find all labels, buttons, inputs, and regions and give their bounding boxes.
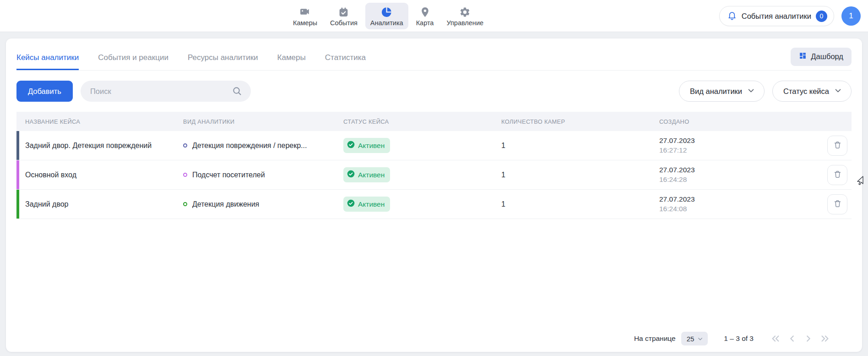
case-status-filter[interactable]: Статус кейса (772, 81, 852, 102)
pie-chart-icon (381, 6, 393, 18)
first-page-button[interactable] (770, 333, 781, 345)
case-name: Задний двор. Детекция повреждений (16, 142, 174, 150)
status-label: Активен (358, 142, 385, 150)
analytics-type-filter-label: Вид аналитики (690, 87, 742, 96)
prev-page-button[interactable] (786, 333, 798, 345)
check-circle-icon (347, 199, 355, 209)
column-header-created: СОЗДАНО (651, 118, 817, 125)
analytics-type-label: Детекция движения (192, 200, 259, 208)
column-header-camera-count: КОЛИЧЕСТВО КАМЕР (493, 118, 651, 125)
events-count-badge: 0 (816, 11, 827, 22)
tab-statistics[interactable]: Статистика (325, 43, 366, 70)
main-nav: Камеры События Аналитика Карта Управлени… (288, 0, 488, 32)
created-time: 16:24:28 (659, 175, 817, 184)
chevron-down-icon (697, 336, 703, 342)
created-date: 27.07.2023 (659, 137, 817, 145)
pagination-bar: На странице 25 1 – 3 of 3 (6, 325, 862, 352)
search-icon[interactable] (232, 86, 243, 99)
per-page-value: 25 (687, 335, 694, 343)
tab-analytics-resources[interactable]: Ресурсы аналитики (188, 43, 258, 70)
double-chevron-left-icon (770, 334, 781, 344)
trash-icon (833, 199, 842, 209)
case-color-bar (16, 160, 19, 189)
delete-button[interactable] (827, 136, 847, 156)
column-header-case-name: НАЗВАНИЕ КЕЙСА (16, 118, 174, 125)
created-time: 16:24:08 (659, 205, 817, 213)
analytics-type-ring-icon (183, 202, 187, 206)
nav-item-map[interactable]: Карта (411, 3, 439, 29)
nav-item-events[interactable]: События (325, 3, 363, 29)
table-row[interactable]: Задний двор. Детекция повреждений Детекц… (16, 131, 852, 160)
cases-table: НАЗВАНИЕ КЕЙСА ВИД АНАЛИТИКИ СТАТУС КЕЙС… (16, 112, 852, 219)
check-circle-icon (347, 170, 355, 180)
status-badge: Активен (343, 167, 390, 182)
delete-button[interactable] (827, 165, 847, 185)
chevron-right-icon (803, 334, 814, 344)
case-color-bar (16, 190, 19, 219)
analytics-type-label: Подсчет посетителей (192, 171, 265, 179)
case-status-filter-label: Статус кейса (783, 87, 829, 96)
status-badge: Активен (343, 197, 390, 212)
tab-analytics-cases[interactable]: Кейсы аналитики (16, 43, 79, 70)
tab-events-reactions[interactable]: События и реакции (98, 43, 168, 70)
case-name: Основной вход (16, 171, 174, 179)
dashboard-button[interactable]: Дашборд (791, 48, 852, 66)
header-right-group: События аналитики 0 1 (719, 0, 861, 32)
table-header: НАЗВАНИЕ КЕЙСА ВИД АНАЛИТИКИ СТАТУС КЕЙС… (16, 112, 852, 131)
analytics-type-ring-icon (183, 173, 187, 177)
created-date: 27.07.2023 (659, 195, 817, 203)
analytics-type-label: Детекция повреждения / перекр... (192, 142, 307, 150)
user-avatar[interactable]: 1 (841, 6, 861, 26)
camera-count: 1 (493, 171, 651, 179)
dashboard-button-label: Дашборд (811, 52, 843, 61)
dashboard-grid-icon (799, 52, 807, 61)
delete-button[interactable] (827, 194, 847, 214)
status-badge: Активен (343, 138, 390, 153)
filters-group: Вид аналитики Статус кейса (679, 81, 852, 102)
check-circle-icon (347, 141, 355, 150)
add-case-button[interactable]: Добавить (16, 81, 73, 102)
nav-item-management[interactable]: Управление (441, 3, 488, 29)
nav-label: События (330, 19, 358, 27)
nav-label: Камеры (293, 19, 317, 27)
top-header: Камеры События Аналитика Карта Управлени… (0, 0, 868, 32)
analytics-page-card: Кейсы аналитики События и реакции Ресурс… (6, 38, 862, 352)
per-page-select[interactable]: 25 (681, 332, 708, 345)
status-label: Активен (358, 171, 385, 179)
camera-count: 1 (493, 142, 651, 150)
tab-cameras[interactable]: Камеры (277, 43, 306, 70)
analytics-events-button[interactable]: События аналитики 0 (719, 6, 834, 26)
search-input[interactable] (81, 81, 251, 102)
nav-label: Карта (416, 19, 434, 27)
table-row[interactable]: Основной вход Подсчет посетителей Активе… (16, 160, 852, 190)
created-time: 16:27:12 (659, 146, 817, 154)
toolbar: Добавить Вид аналитики Статус кейса (16, 81, 852, 102)
nav-item-analytics[interactable]: Аналитика (365, 3, 408, 29)
case-name: Задний двор (16, 200, 174, 208)
chevron-down-icon (834, 87, 842, 96)
search-box (81, 81, 251, 102)
column-header-case-status: СТАТУС КЕЙСА (335, 118, 493, 125)
camera-count: 1 (493, 200, 651, 208)
video-camera-icon (299, 6, 311, 18)
per-page-label: На странице (634, 334, 676, 343)
analytics-events-label: События аналитики (742, 12, 811, 21)
pager-buttons (770, 333, 831, 345)
chevron-down-icon (747, 87, 755, 96)
nav-label: Аналитика (370, 19, 403, 27)
map-pin-icon (419, 6, 431, 18)
case-color-bar (16, 131, 19, 160)
pagination-range: 1 – 3 of 3 (724, 334, 754, 343)
analytics-type-filter[interactable]: Вид аналитики (679, 81, 765, 102)
trash-icon (833, 170, 842, 180)
table-row[interactable]: Задний двор Детекция движения Активен 1 … (16, 190, 852, 219)
nav-item-cameras[interactable]: Камеры (288, 3, 322, 29)
last-page-button[interactable] (819, 333, 831, 345)
nav-label: Управление (446, 19, 483, 27)
gear-icon (459, 6, 471, 18)
trash-icon (833, 141, 842, 151)
tabs-bar: Кейсы аналитики События и реакции Ресурс… (16, 43, 852, 71)
analytics-type-ring-icon (183, 143, 187, 148)
next-page-button[interactable] (803, 333, 814, 345)
created-date: 27.07.2023 (659, 166, 817, 174)
